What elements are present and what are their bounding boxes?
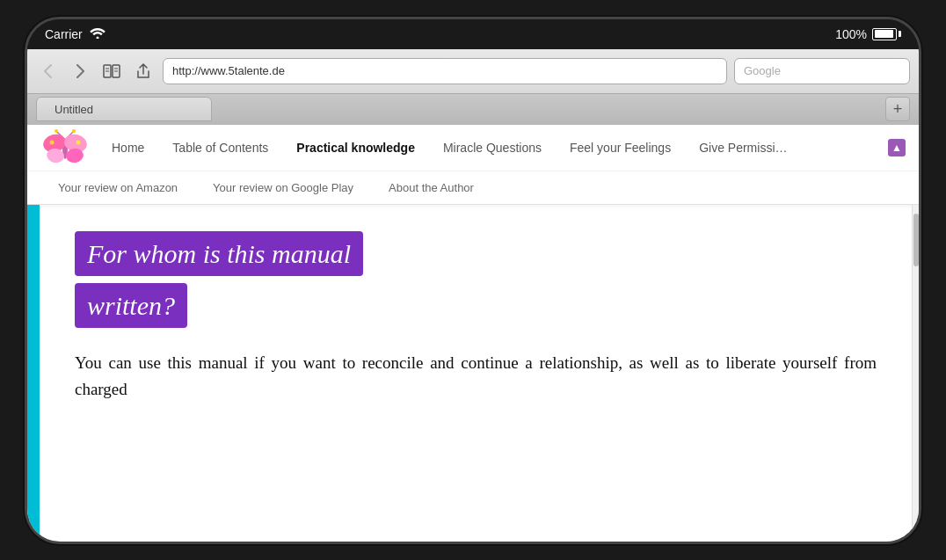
status-bar: Carrier 100% bbox=[27, 19, 919, 49]
heading-line1: For whom is this manual bbox=[75, 231, 363, 276]
add-tab-button[interactable]: + bbox=[885, 97, 910, 121]
battery-icon bbox=[872, 28, 901, 40]
heading-line2: written? bbox=[75, 283, 187, 328]
url-bar[interactable]: http://www.5talente.de bbox=[163, 58, 727, 84]
nav-miracle[interactable]: Miracle Questions bbox=[429, 125, 556, 171]
nav-secondary: Your review on Amazon Your review on Goo… bbox=[27, 171, 919, 204]
status-left: Carrier bbox=[45, 26, 106, 41]
left-accent bbox=[27, 205, 40, 542]
tab-title: Untitled bbox=[55, 103, 93, 116]
nav-permission[interactable]: Give Permissi… bbox=[685, 125, 801, 171]
url-text: http://www.5talente.de bbox=[172, 64, 285, 77]
nav-google-play[interactable]: Your review on Google Play bbox=[195, 181, 371, 194]
svg-point-9 bbox=[55, 129, 58, 133]
scrollbar[interactable] bbox=[912, 205, 919, 542]
svg-point-11 bbox=[72, 129, 76, 133]
wifi-icon bbox=[90, 26, 106, 41]
nav-practical[interactable]: Practical knowledge bbox=[282, 125, 429, 171]
carrier-text: Carrier bbox=[45, 27, 83, 41]
content-area: For whom is this manual written? You can… bbox=[40, 205, 912, 542]
battery-percent: 100% bbox=[835, 27, 867, 41]
svg-point-17 bbox=[76, 140, 80, 144]
search-bar[interactable]: Google bbox=[734, 58, 910, 84]
tab-bar: Untitled + bbox=[27, 93, 919, 125]
nav-links-secondary: Your review on Amazon Your review on Goo… bbox=[40, 181, 491, 194]
browser-chrome: http://www.5talente.de Google Untitled + bbox=[27, 49, 919, 125]
share-button[interactable] bbox=[131, 59, 156, 84]
heading-block: For whom is this manual written? bbox=[75, 231, 877, 328]
scrollbar-thumb[interactable] bbox=[913, 214, 919, 266]
nav-feelings[interactable]: Feel your Feelings bbox=[556, 125, 685, 171]
nav-primary: Home Table of Contents Practical knowled… bbox=[27, 125, 919, 171]
status-right: 100% bbox=[835, 27, 901, 41]
main-content: For whom is this manual written? You can… bbox=[27, 205, 919, 542]
search-placeholder: Google bbox=[744, 64, 781, 77]
device-frame: Carrier 100% bbox=[25, 17, 921, 544]
back-button[interactable] bbox=[36, 59, 61, 84]
website: Home Table of Contents Practical knowled… bbox=[27, 125, 919, 542]
toolbar: http://www.5talente.de Google bbox=[27, 49, 919, 93]
forward-button[interactable] bbox=[68, 59, 92, 84]
nav-toc[interactable]: Table of Contents bbox=[158, 125, 282, 171]
nav-up-arrow[interactable]: ▲ bbox=[888, 139, 906, 156]
svg-point-0 bbox=[96, 37, 98, 40]
bookmarks-button[interactable] bbox=[99, 59, 124, 84]
active-tab[interactable]: Untitled bbox=[36, 97, 212, 121]
site-nav: Home Table of Contents Practical knowled… bbox=[27, 125, 919, 205]
logo bbox=[40, 126, 89, 170]
nav-amazon[interactable]: Your review on Amazon bbox=[40, 181, 195, 194]
svg-point-16 bbox=[49, 140, 54, 144]
nav-links-primary: Home Table of Contents Practical knowled… bbox=[98, 125, 888, 171]
body-text: You can use this manual if you want to r… bbox=[75, 350, 877, 404]
nav-home[interactable]: Home bbox=[98, 125, 158, 171]
nav-author[interactable]: About the Author bbox=[371, 181, 491, 194]
